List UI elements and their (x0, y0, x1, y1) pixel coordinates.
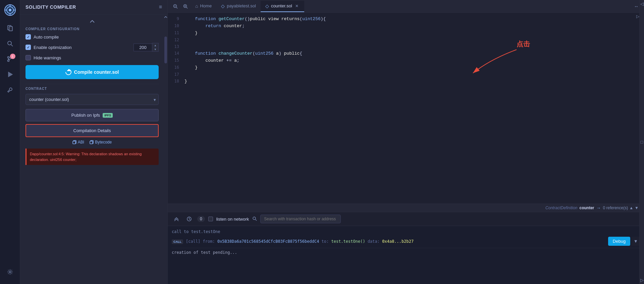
right-strip-top[interactable]: ◁ (640, 1, 644, 6)
bytecode-label: Bytecode (95, 140, 112, 145)
enable-optimization-checkbox[interactable] (25, 45, 31, 50)
listen-label: listen on network (216, 217, 249, 222)
references-label: 0 reference(s) (603, 206, 628, 210)
svg-rect-8 (9, 26, 12, 31)
code-line-18: 18 } (168, 78, 640, 85)
svg-line-20 (176, 7, 177, 8)
deploy-icon[interactable] (3, 68, 17, 81)
code-editor[interactable]: 9 function getCounter()public view retur… (168, 13, 640, 204)
tab-payabletest[interactable]: ◇ payabletest.sol (216, 1, 261, 12)
listen-checkbox[interactable] (208, 217, 213, 221)
code-line-15: 15 counter += a; (168, 57, 640, 64)
search-btn[interactable] (252, 216, 257, 222)
compiler-config-label: COMPILER CONFIGURATION (25, 27, 159, 31)
svg-point-11 (7, 57, 9, 58)
enable-optimization-row: Enable optimization ▲ ▼ (25, 43, 159, 52)
icon-bar-top: 1 (3, 3, 17, 265)
contract-def-arrow-icon: → (596, 205, 601, 211)
sidebar-scroll-up[interactable] (164, 14, 167, 20)
settings-icon[interactable] (3, 265, 17, 279)
svg-line-28 (256, 219, 257, 221)
optimization-spinners: ▲ ▼ (152, 43, 159, 52)
code-line-16: 16 } (168, 64, 640, 71)
abi-copy-link[interactable]: ABI (72, 140, 84, 145)
counter-tab-icon: ◇ (265, 3, 269, 9)
side-search-icon[interactable] (3, 37, 17, 50)
icon-bar-bottom (3, 265, 17, 281)
abi-copy-icon (72, 140, 76, 144)
hide-warnings-row: Hide warnings (25, 55, 159, 60)
transaction-search-input[interactable] (260, 215, 341, 223)
bytecode-copy-link[interactable]: Bytecode (90, 140, 112, 145)
tab-counter[interactable]: ◇ counter.sol ✕ (261, 1, 304, 12)
right-strip-bottom[interactable]: ▷ (640, 278, 644, 283)
tab-home[interactable]: ⌂ Home (191, 1, 216, 12)
right-strip-mid[interactable]: □ (641, 139, 643, 145)
hide-warnings-checkbox[interactable] (25, 55, 31, 60)
contract-def-bar: ContractDefinition counter → 0 reference… (168, 204, 644, 212)
warning-box: Dapp/counter.sol:4:5: Warning: This decl… (25, 149, 159, 165)
abi-label: ABI (78, 140, 84, 145)
git-badge: 1 (10, 54, 15, 59)
code-line-13: 13 (168, 43, 640, 50)
svg-point-2 (9, 9, 11, 11)
home-tab-label: Home (200, 3, 212, 8)
publish-ipfs-button[interactable]: Publish on Ipfs IPFS (25, 109, 159, 121)
sidebar-menu-icon[interactable]: ≡ (159, 4, 162, 10)
bytecode-copy-icon (90, 140, 94, 144)
hide-warnings-label: Hide warnings (34, 55, 61, 60)
zoom-out-btn[interactable] (170, 1, 180, 11)
editor-right-expand[interactable]: ▷ (636, 14, 639, 19)
expand-up-btn[interactable] (172, 214, 181, 224)
svg-point-9 (8, 41, 11, 45)
contract-select-wrap: counter (counter.sol) ▾ (25, 94, 159, 105)
contract-def-value: counter (580, 206, 594, 210)
svg-point-13 (7, 60, 9, 62)
debug-button[interactable]: Debug (608, 237, 630, 246)
tools-icon[interactable] (3, 83, 17, 97)
history-btn[interactable] (184, 214, 194, 224)
sidebar: SOLIDITY COMPILER ≡ COMPILER CONFIGURATI… (20, 0, 168, 284)
home-tab-icon: ⌂ (195, 3, 198, 9)
spinner-down[interactable]: ▼ (152, 47, 158, 51)
references-btn[interactable]: 0 reference(s) ▲ ▼ (603, 206, 639, 210)
files-icon[interactable] (3, 21, 17, 35)
zoom-in-btn[interactable] (180, 1, 191, 11)
auto-compile-checkbox[interactable] (25, 34, 31, 40)
abi-bytecode-row: ABI Bytecode (25, 140, 159, 145)
payabletest-label: payabletest.sol (227, 3, 256, 8)
scroll-up-btn[interactable] (25, 18, 159, 24)
publish-btn-label: Publish on Ipfs (71, 113, 100, 118)
code-line-9: 9 function getCounter()public view retur… (168, 15, 640, 22)
logo-icon[interactable] (3, 3, 17, 17)
svg-rect-16 (73, 141, 75, 144)
svg-point-15 (9, 271, 11, 273)
sidebar-content: COMPILER CONFIGURATION Auto compile Enab… (20, 14, 164, 284)
spinner-up[interactable]: ▲ (152, 43, 158, 47)
contract-section-label: CONTRACT (25, 87, 159, 91)
compile-button[interactable]: Compile counter.sol (25, 65, 159, 79)
compile-icon (65, 69, 71, 75)
ipfs-badge: IPFS (103, 113, 113, 118)
counter-tab-close[interactable]: ✕ (294, 3, 300, 9)
svg-line-24 (186, 7, 187, 8)
code-line-14: 14 function changeCounter(uint256 a) pub… (168, 50, 640, 57)
compilation-details-button[interactable]: Compilation Details (25, 124, 159, 137)
contract-select[interactable]: counter (counter.sol) (25, 94, 159, 105)
optimization-value-wrap: ▲ ▼ (133, 43, 159, 52)
git-icon[interactable]: 1 (3, 52, 17, 66)
optimization-value-input[interactable] (133, 44, 152, 51)
svg-line-10 (11, 45, 13, 46)
warning-text: Dapp/counter.sol:4:5: Warning: This decl… (30, 152, 142, 162)
svg-rect-17 (90, 141, 93, 144)
divider-1 (25, 84, 159, 84)
log-entry-row: CALL [call] from: 0x5B38Da6a701c568545dC… (172, 237, 640, 246)
debug-btn-wrap: Debug ▼ (608, 237, 640, 246)
compilation-details-label: Compilation Details (73, 128, 111, 133)
sidebar-scrollbar[interactable] (164, 14, 167, 284)
auto-compile-label: Auto compile (34, 35, 59, 40)
debug-expand-btn[interactable]: ▼ (632, 237, 640, 246)
compile-btn-label: Compile counter.sol (74, 69, 119, 75)
auto-compile-row: Auto compile (25, 34, 159, 40)
ref-down-icon: ▼ (635, 206, 639, 210)
